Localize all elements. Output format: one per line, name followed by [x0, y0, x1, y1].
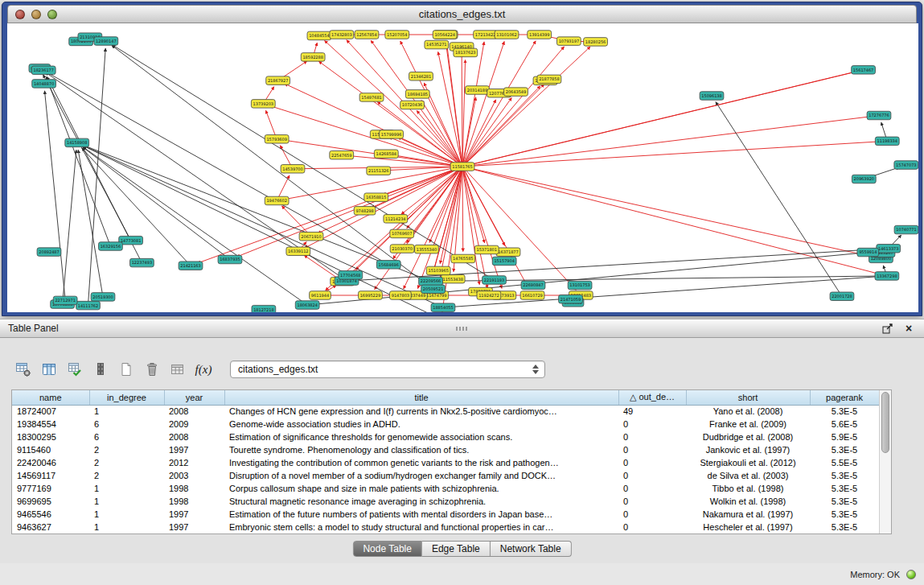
column-header-in_degree[interactable]: in_degree — [89, 390, 164, 405]
graph-node[interactable]: 16995229 — [359, 291, 383, 300]
cell-title[interactable]: Disruption of a novel member of a sodium… — [224, 469, 618, 482]
graph-node[interactable]: 13555340 — [415, 245, 439, 253]
graph-node[interactable]: 22712971 — [53, 296, 77, 305]
delete-column-trash-icon[interactable] — [142, 359, 162, 380]
graph-node[interactable]: 15799996 — [380, 130, 404, 139]
cell-in_degree[interactable]: 1 — [89, 482, 164, 495]
cell-out_degree[interactable]: 0 — [618, 495, 686, 508]
graph-node[interactable]: 15157904 — [492, 257, 516, 266]
cell-out_degree[interactable]: 0 — [618, 482, 686, 495]
graph-node[interactable]: 16358815 — [364, 193, 388, 202]
graph-node[interactable]: 22001728 — [830, 292, 854, 301]
cell-pagerank[interactable]: 5.3E-5 — [810, 443, 879, 456]
graph-node[interactable]: 17704568 — [339, 271, 363, 280]
cell-name[interactable]: 9699695 — [12, 495, 89, 508]
cell-out_degree[interactable]: 0 — [618, 443, 686, 456]
graph-node[interactable]: 21421163 — [179, 262, 203, 270]
cell-pagerank[interactable]: 5.5E-5 — [810, 456, 879, 469]
cell-in_degree[interactable]: 1 — [89, 508, 164, 521]
network-window-titlebar[interactable]: citations_edges.txt — [7, 5, 917, 23]
graph-node[interactable]: 16329156 — [99, 242, 123, 251]
graph-node[interactable]: 14111762 — [76, 301, 101, 310]
graph-node[interactable]: 15793609 — [265, 135, 289, 144]
show-columns-icon[interactable] — [39, 359, 60, 380]
tab-node-table[interactable]: Node Table — [352, 541, 422, 557]
graph-node[interactable]: 13914399 — [528, 31, 552, 39]
cell-name[interactable]: 9463627 — [12, 521, 89, 534]
cell-out_degree[interactable]: 0 — [618, 431, 686, 443]
cell-name[interactable]: 9777169 — [12, 482, 89, 495]
graph-node[interactable]: 15103965 — [426, 266, 450, 275]
graph-node[interactable]: 14535271 — [425, 40, 449, 49]
graph-node[interactable]: 20314189 — [466, 86, 490, 95]
cell-year[interactable]: 2003 — [164, 469, 224, 482]
column-header-name[interactable]: name — [12, 390, 89, 405]
cell-pagerank[interactable]: 5.3E-5 — [810, 482, 879, 495]
graph-node[interactable]: 20509521 — [421, 285, 446, 294]
tab-network-table[interactable]: Network Table — [491, 541, 572, 557]
graph-node[interactable]: 11198334 — [875, 137, 899, 146]
cell-pagerank[interactable]: 5.6E-5 — [810, 418, 879, 431]
import-table-icon[interactable] — [64, 359, 85, 380]
cell-name[interactable]: 18724007 — [12, 405, 89, 418]
cell-name[interactable]: 22420046 — [12, 456, 89, 469]
graph-node[interactable]: 13101753 — [568, 281, 592, 290]
table-options-icon[interactable] — [167, 359, 188, 380]
graph-node[interactable]: 16371877 — [496, 248, 520, 257]
table-row[interactable]: 1456911722003Disruption of a novel membe… — [12, 469, 879, 482]
graph-node[interactable]: 14268584 — [374, 150, 398, 159]
table-row[interactable]: 946554611997Estimation of the future num… — [12, 508, 879, 521]
cell-title[interactable]: Changes of HCN gene expression and I(f) … — [224, 405, 618, 418]
graph-node[interactable]: 14158908 — [65, 138, 89, 147]
cell-name[interactable]: 18300295 — [12, 431, 89, 443]
graph-node[interactable]: 21471059 — [559, 295, 583, 303]
cell-pagerank[interactable]: 5.3E-5 — [810, 508, 879, 521]
graph-node[interactable]: 20963920 — [852, 175, 876, 183]
column-header-out_degree[interactable]: △ out_de… — [618, 390, 686, 405]
cell-short[interactable]: de Silva et al. (2003) — [686, 469, 810, 482]
graph-node[interactable]: 13367298 — [875, 272, 899, 281]
graph-node[interactable]: 14539700 — [281, 165, 305, 174]
graph-node[interactable]: 14613373 — [877, 245, 901, 253]
cell-year[interactable]: 2012 — [164, 456, 224, 469]
cell-short[interactable]: Stergiakouli et al. (2012) — [686, 456, 810, 469]
graph-node[interactable]: 21877858 — [537, 75, 561, 84]
graph-node[interactable]: 20519300 — [91, 293, 115, 302]
graph-node[interactable]: 18592288 — [301, 53, 325, 62]
cell-short[interactable]: Yano et al. (2008) — [686, 405, 810, 418]
cell-pagerank[interactable]: 5.3E-5 — [810, 469, 879, 482]
table-row[interactable]: 946362711997Embryonic stem cells: a mode… — [12, 521, 879, 534]
cell-out_degree[interactable]: 0 — [618, 456, 686, 469]
graph-node[interactable]: 18137623 — [454, 48, 478, 57]
panel-resize-handle[interactable] — [456, 327, 469, 331]
zoom-window-button[interactable] — [47, 10, 57, 19]
cell-out_degree[interactable]: 0 — [618, 521, 686, 534]
cell-year[interactable]: 1998 — [164, 495, 224, 508]
graph-node[interactable]: 22547659 — [330, 150, 354, 159]
graph-node[interactable]: 9748298 — [354, 207, 376, 216]
table-row[interactable]: 969969511998Structural magnetic resonanc… — [12, 495, 879, 508]
graph-node[interactable]: 20643549 — [504, 88, 528, 97]
network-canvas[interactable]: 1158176518012483163718771661072915371801… — [7, 23, 918, 312]
graph-node[interactable]: 15497681 — [359, 93, 384, 102]
graph-node[interactable]: 18854055 — [431, 303, 455, 312]
graph-node[interactable]: 17213422 — [474, 31, 498, 39]
cell-year[interactable]: 1997 — [164, 521, 224, 534]
cell-out_degree[interactable]: 0 — [618, 418, 686, 431]
cell-short[interactable]: Nakamura et al. (1997) — [686, 508, 810, 521]
graph-node[interactable]: 11553438 — [441, 274, 465, 283]
graph-node[interactable]: 18063824 — [295, 301, 319, 310]
cell-short[interactable]: Wolkin et al. (1998) — [686, 495, 810, 508]
cell-in_degree[interactable]: 2 — [89, 469, 164, 482]
cell-in_degree[interactable]: 2 — [89, 456, 164, 469]
cell-pagerank[interactable]: 5.3E-5 — [810, 405, 879, 418]
cell-title[interactable]: Corpus callosum shape and size in male p… — [224, 482, 618, 495]
graph-node[interactable]: 15617467 — [852, 66, 876, 75]
float-panel-icon[interactable] — [881, 322, 895, 335]
graph-node[interactable]: 13739203 — [251, 100, 275, 109]
graph-node[interactable]: 21867927 — [266, 76, 290, 85]
cell-in_degree[interactable]: 1 — [89, 405, 164, 418]
graph-node[interactable]: 9611944 — [310, 291, 331, 300]
graph-node[interactable]: 10720436 — [400, 101, 425, 109]
table-row[interactable]: 911546021997Tourette syndrome. Phenomeno… — [12, 443, 879, 456]
